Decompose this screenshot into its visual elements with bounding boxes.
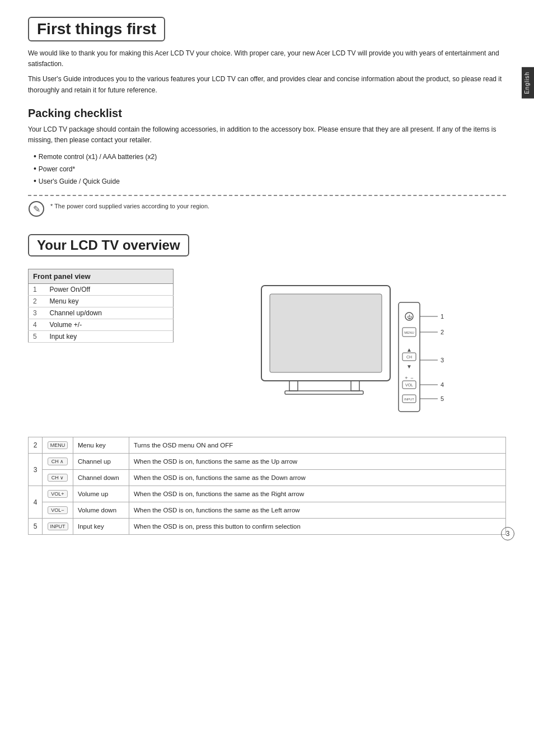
- key-button-ch-up: CH ∧: [48, 458, 68, 465]
- svg-text:5: 5: [441, 395, 444, 402]
- key-cell: Volume up: [73, 486, 129, 502]
- num-cell: 2: [29, 437, 43, 454]
- key-button-vol-down: VOL−: [48, 506, 68, 514]
- row-label: Channel up/down: [45, 307, 174, 319]
- left-panel: Front panel view 1 Power On/Off 2 Menu k…: [28, 269, 196, 348]
- row-num: 4: [29, 319, 45, 331]
- section-first-things: First things first We would like to than…: [28, 17, 506, 217]
- section2-title-box: Your LCD TV overview: [28, 234, 189, 256]
- svg-text:INPUT: INPUT: [404, 398, 414, 401]
- svg-text:⏻: ⏻: [407, 315, 412, 320]
- svg-rect-5: [351, 381, 359, 391]
- section2-title: Your LCD TV overview: [37, 237, 180, 253]
- svg-text:−: −: [410, 375, 413, 381]
- desc-cell: When the OSD is on, press this button to…: [129, 519, 506, 535]
- svg-text:1: 1: [441, 313, 444, 320]
- desc-cell: When the OSD is on, functions the same a…: [129, 454, 506, 470]
- key-cell: Input key: [73, 519, 129, 535]
- num-cell: 5: [29, 519, 43, 535]
- num-cell: 3: [29, 454, 43, 486]
- svg-text:✎: ✎: [33, 204, 40, 214]
- table-row: 4 VOL+ Volume up When the OSD is on, fun…: [29, 486, 506, 502]
- section-lcd-overview: Your LCD TV overview Front panel view 1 …: [28, 234, 506, 535]
- table-row: VOL− Volume down When the OSD is on, fun…: [29, 502, 506, 519]
- svg-text:3: 3: [441, 357, 444, 363]
- row-label: Menu key: [45, 296, 174, 307]
- svg-text:4: 4: [441, 381, 444, 388]
- table-row: 4 Volume +/-: [29, 319, 174, 331]
- section1-intro2: This User's Guide introduces you to the …: [28, 74, 506, 95]
- icon-cell: CH ∧: [43, 454, 73, 470]
- row-num: 2: [29, 296, 45, 307]
- row-num: 5: [29, 331, 45, 343]
- note-icon: ✎: [28, 200, 45, 217]
- svg-text:VOL: VOL: [405, 383, 413, 387]
- svg-text:2: 2: [441, 329, 444, 335]
- front-panel-table: Front panel view 1 Power On/Off 2 Menu k…: [28, 269, 174, 343]
- packing-intro: Your LCD TV package should contain the f…: [28, 124, 506, 146]
- side-tab: English: [522, 67, 534, 99]
- desc-cell: When the OSD is on, functions the same a…: [129, 470, 506, 486]
- row-num: 1: [29, 284, 45, 296]
- page-wrapper: English First things first We would like…: [0, 0, 534, 552]
- list-item: Remote control (x1) / AAA batteries (x2): [34, 150, 506, 162]
- num-cell: 4: [29, 486, 43, 519]
- table-row: 5 Input key: [29, 331, 174, 343]
- key-cell: Channel up: [73, 454, 129, 470]
- section1-title: First things first: [37, 20, 156, 38]
- key-button-vol-up: VOL+: [48, 490, 68, 498]
- row-label: Power On/Off: [45, 284, 174, 296]
- svg-rect-3: [270, 294, 382, 372]
- diagram-area: Front panel view 1 Power On/Off 2 Menu k…: [28, 269, 506, 426]
- tv-diagram-area: ⏻ MENU ▲ CH ▼ + VOL −: [196, 269, 506, 426]
- icon-cell: CH ∨: [43, 470, 73, 486]
- svg-text:MENU: MENU: [404, 331, 414, 334]
- table-row: 2 Menu key: [29, 296, 174, 307]
- table-row: 3 Channel up/down: [29, 307, 174, 319]
- section1-intro1: We would like to thank you for making th…: [28, 48, 506, 69]
- note-box: ✎ * The power cord supplied varies accor…: [28, 195, 506, 217]
- svg-rect-4: [289, 381, 298, 391]
- row-num: 3: [29, 307, 45, 319]
- icon-cell: VOL+: [43, 486, 73, 502]
- table-row: CH ∨ Channel down When the OSD is on, fu…: [29, 470, 506, 486]
- front-panel-heading: Front panel view: [29, 269, 174, 284]
- key-button-menu: MENU: [48, 441, 68, 449]
- packing-list: Remote control (x1) / AAA batteries (x2)…: [34, 150, 506, 187]
- packing-title: Packing checklist: [28, 107, 506, 120]
- key-button-ch-down: CH ∨: [48, 474, 68, 482]
- list-item: User's Guide / Quick Guide: [34, 175, 506, 187]
- icon-cell: MENU: [43, 437, 73, 454]
- detail-table: 2 MENU Menu key Turns the OSD menu ON an…: [28, 437, 506, 535]
- section1-title-box: First things first: [28, 17, 165, 41]
- table-row: 1 Power On/Off: [29, 284, 174, 296]
- desc-cell: Turns the OSD menu ON and OFF: [129, 437, 506, 454]
- table-row: 3 CH ∧ Channel up When the OSD is on, fu…: [29, 454, 506, 470]
- desc-cell: When the OSD is on, functions the same a…: [129, 502, 506, 519]
- svg-rect-6: [285, 391, 363, 394]
- svg-text:CH: CH: [406, 355, 412, 359]
- svg-text:▼: ▼: [406, 363, 412, 370]
- icon-cell: INPUT: [43, 519, 73, 535]
- key-button-input: INPUT: [48, 522, 68, 530]
- key-cell: Volume down: [73, 502, 129, 519]
- key-cell: Menu key: [73, 437, 129, 454]
- tv-diagram: ⏻ MENU ▲ CH ▼ + VOL −: [245, 269, 457, 426]
- table-row: 2 MENU Menu key Turns the OSD menu ON an…: [29, 437, 506, 454]
- key-cell: Channel down: [73, 470, 129, 486]
- row-label: Volume +/-: [45, 319, 174, 331]
- page-number: 3: [501, 527, 514, 540]
- desc-cell: When the OSD is on, functions the same a…: [129, 486, 506, 502]
- note-text: * The power cord supplied varies accordi…: [50, 200, 209, 209]
- table-row: 5 INPUT Input key When the OSD is on, pr…: [29, 519, 506, 535]
- svg-text:+: +: [405, 375, 407, 381]
- list-item: Power cord*: [34, 162, 506, 175]
- row-label: Input key: [45, 331, 174, 343]
- svg-text:▲: ▲: [406, 347, 412, 353]
- icon-cell: VOL−: [43, 502, 73, 519]
